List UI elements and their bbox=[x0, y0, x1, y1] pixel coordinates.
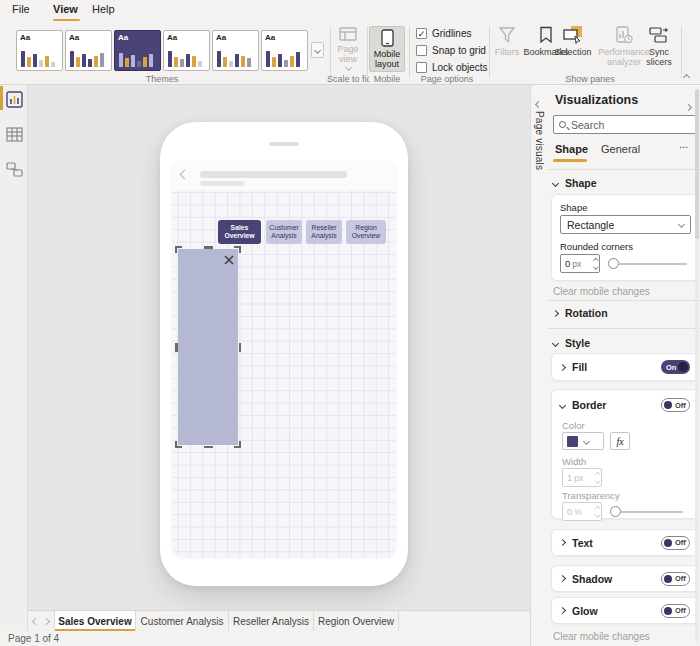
tab-shape[interactable]: Shape bbox=[555, 143, 588, 155]
page-tab-reseller-analysis[interactable]: Reseller Analysis bbox=[229, 611, 314, 632]
filters-pane-button[interactable]: Filters bbox=[494, 26, 520, 57]
theme-thumbnail-2[interactable]: Aa bbox=[65, 30, 112, 71]
performance-analyzer-icon bbox=[615, 26, 633, 44]
border-transparency-input[interactable]: 0 % bbox=[562, 502, 602, 521]
spinner-buttons[interactable] bbox=[596, 473, 600, 482]
expand-pane-button[interactable] bbox=[686, 96, 691, 114]
tab-overflow[interactable]: ... bbox=[679, 138, 688, 150]
spinner-down-icon bbox=[595, 478, 600, 483]
scroll-tabs-left-icon[interactable] bbox=[32, 617, 39, 624]
border-color-fx-button[interactable]: fx bbox=[610, 432, 630, 450]
search-input[interactable] bbox=[571, 119, 691, 131]
glow-card: Glow Off bbox=[551, 597, 699, 624]
theme-thumbnail-5[interactable]: Aa bbox=[212, 30, 259, 71]
border-color-picker[interactable] bbox=[562, 432, 604, 450]
theme-thumbnail-3-selected[interactable]: Aa bbox=[114, 30, 161, 71]
fill-card-header[interactable]: Fill On bbox=[552, 354, 698, 380]
clear-mobile-changes-button[interactable]: Clear mobile changes bbox=[553, 286, 650, 297]
snap-to-grid-checkbox[interactable]: Snap to grid bbox=[416, 45, 486, 56]
mobile-layout-button[interactable]: Mobile layout bbox=[369, 26, 405, 72]
fill-toggle[interactable]: On bbox=[661, 360, 690, 374]
text-toggle[interactable]: Off bbox=[661, 536, 690, 550]
data-view-button[interactable] bbox=[6, 126, 23, 143]
resize-handle-bottom-left[interactable] bbox=[175, 441, 182, 448]
style-section-header[interactable]: Style bbox=[553, 337, 590, 349]
panel-scrollbar[interactable] bbox=[695, 89, 699, 642]
nav-button-sales-overview[interactable]: Sales Overview bbox=[218, 220, 261, 244]
visualizations-pane: Page visuals Visualizations Shape Genera… bbox=[530, 85, 700, 646]
page-visuals-vertical-tab[interactable]: Page visuals bbox=[534, 111, 545, 170]
selection-pane-button[interactable]: Selection bbox=[551, 26, 595, 57]
resize-handle-left[interactable] bbox=[175, 343, 178, 352]
shape-type-dropdown[interactable]: Rectangle bbox=[560, 215, 691, 234]
model-view-button[interactable] bbox=[6, 161, 23, 178]
border-toggle[interactable]: Off bbox=[661, 398, 690, 412]
glow-card-header[interactable]: Glow Off bbox=[552, 598, 698, 623]
lock-objects-checkbox[interactable]: Lock objects bbox=[416, 62, 488, 73]
view-switcher-sidebar bbox=[0, 85, 28, 631]
chevron-right-icon bbox=[559, 607, 566, 614]
theme-minichart bbox=[266, 49, 303, 67]
back-chevron-icon[interactable] bbox=[180, 170, 190, 180]
spinner-down-icon bbox=[593, 264, 598, 269]
header-title-placeholder bbox=[200, 171, 347, 178]
rounded-corners-input[interactable]: 0 px bbox=[560, 254, 600, 273]
collapse-pane-button[interactable] bbox=[536, 93, 541, 111]
scrollbar-thumb[interactable] bbox=[695, 89, 699, 239]
tab-general[interactable]: General bbox=[601, 143, 640, 155]
text-card-header[interactable]: Text Off bbox=[552, 530, 698, 555]
nav-button-reseller-analysis[interactable]: Reseller Analysis bbox=[306, 220, 342, 244]
shadow-toggle[interactable]: Off bbox=[661, 572, 690, 586]
nav-button-customer-analysis[interactable]: Customer Analysis bbox=[266, 220, 302, 244]
page-tab-customer-analysis[interactable]: Customer Analysis bbox=[136, 611, 229, 632]
scale-to-fit-group-label: Scale to fit bbox=[326, 74, 370, 84]
gridlines-checkbox[interactable]: ✓ Gridlines bbox=[416, 28, 471, 39]
rotation-section-header[interactable]: Rotation bbox=[553, 307, 608, 319]
chevron-up-icon bbox=[683, 74, 690, 81]
glow-toggle[interactable]: Off bbox=[661, 604, 690, 618]
ribbon-separator bbox=[489, 26, 490, 78]
resize-handle-bottom[interactable] bbox=[204, 446, 213, 449]
shadow-card-header[interactable]: Shadow Off bbox=[552, 566, 698, 591]
page-view-button[interactable]: Page view bbox=[330, 26, 366, 72]
theme-gallery-more-button[interactable] bbox=[311, 42, 324, 58]
slider-track[interactable] bbox=[619, 263, 687, 265]
page-tab-sales-overview[interactable]: Sales Overview bbox=[54, 611, 136, 632]
format-search-box[interactable] bbox=[553, 115, 697, 134]
resize-handle-bottom-right[interactable] bbox=[234, 441, 241, 448]
menu-file[interactable]: File bbox=[12, 3, 30, 15]
border-card-header[interactable]: Border Off bbox=[552, 390, 698, 412]
spinner-buttons[interactable] bbox=[596, 507, 600, 516]
nav-button-region-overview[interactable]: Region Overview bbox=[346, 220, 386, 244]
clear-mobile-changes-button[interactable]: Clear mobile changes bbox=[553, 631, 650, 642]
theme-thumbnail-6[interactable]: Aa bbox=[261, 30, 308, 71]
page-view-icon bbox=[339, 26, 357, 42]
border-width-input[interactable]: 1 px bbox=[562, 468, 602, 487]
spinner-buttons[interactable] bbox=[594, 259, 598, 268]
menu-help[interactable]: Help bbox=[92, 3, 115, 15]
toggle-knob bbox=[664, 401, 672, 409]
checkbox-unchecked-icon bbox=[416, 45, 427, 56]
theme-thumbnail-4[interactable]: Aa bbox=[163, 30, 210, 71]
slider-knob[interactable] bbox=[610, 506, 621, 517]
shape-section-header[interactable]: Shape bbox=[553, 177, 597, 189]
menu-view[interactable]: View bbox=[53, 3, 78, 15]
slider-track[interactable] bbox=[621, 511, 683, 513]
resize-handle-top-right[interactable] bbox=[234, 246, 241, 253]
theme-thumbnail-1[interactable]: Aa bbox=[16, 30, 63, 71]
scroll-tabs-right-icon[interactable] bbox=[43, 617, 50, 624]
theme-minichart bbox=[21, 49, 58, 67]
remove-visual-button[interactable] bbox=[223, 252, 235, 264]
resize-handle-top-left[interactable] bbox=[175, 246, 182, 253]
slider-knob[interactable] bbox=[608, 258, 619, 269]
resize-handle-top[interactable] bbox=[204, 246, 213, 249]
mobile-layout-grid[interactable]: Sales Overview Customer Analysis Reselle… bbox=[172, 190, 396, 558]
page-tab-region-overview[interactable]: Region Overview bbox=[314, 611, 399, 632]
border-transparency-slider[interactable] bbox=[610, 506, 683, 517]
collapse-ribbon-button[interactable] bbox=[684, 66, 689, 84]
report-view-button[interactable] bbox=[6, 91, 23, 108]
resize-handle-right[interactable] bbox=[239, 343, 242, 352]
rounded-corners-slider[interactable] bbox=[608, 258, 687, 269]
sync-slicers-pane-button[interactable]: Syncslicers bbox=[642, 26, 676, 67]
selected-shape-visual[interactable] bbox=[178, 249, 238, 445]
